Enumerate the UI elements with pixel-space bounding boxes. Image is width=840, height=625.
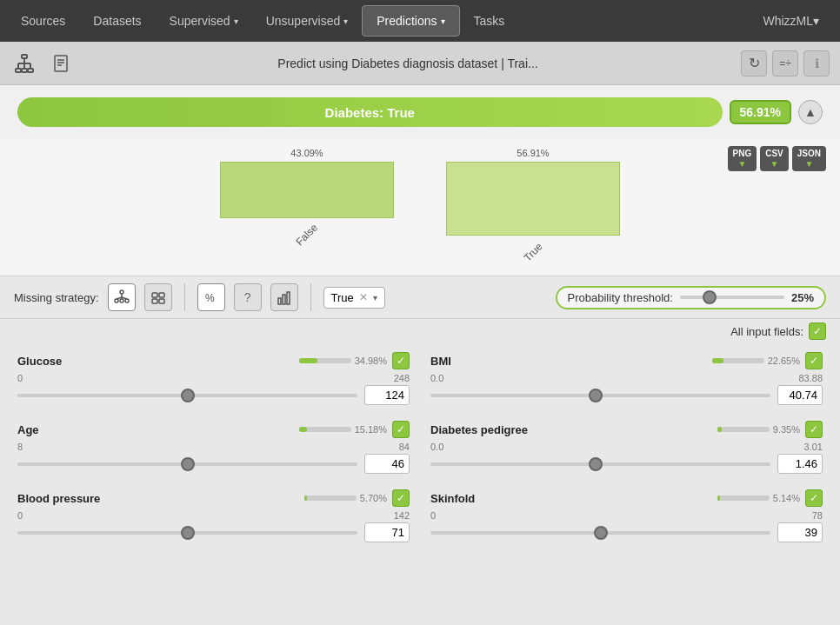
true-bar — [446, 162, 620, 236]
svg-rect-1 — [16, 69, 21, 72]
pedigree-value[interactable] — [777, 454, 823, 474]
prediction-bar: Diabetes: True — [17, 97, 723, 127]
refresh-btn[interactable]: ↻ — [741, 50, 767, 76]
sliders-grid: Glucose 34.98% ✓ 0 248 BMI — [0, 343, 840, 556]
formula-btn[interactable]: =÷ — [772, 50, 798, 76]
class-dropdown[interactable]: True ✕ ▾ — [323, 287, 385, 309]
skinfold-value[interactable] — [777, 522, 823, 542]
navbar: Sources Datasets Supervised ▾ Unsupervis… — [0, 0, 840, 42]
bp-max: 142 — [394, 510, 410, 521]
chart-bar-false: 43.09% False — [220, 148, 394, 258]
svg-rect-0 — [22, 55, 27, 58]
glucose-name: Glucose — [17, 355, 62, 368]
nav-item-datasets[interactable]: Datasets — [79, 0, 155, 42]
json-down-arrow: ▼ — [804, 159, 813, 169]
svg-rect-23 — [159, 293, 164, 297]
brand-caret: ▾ — [813, 14, 819, 28]
slider-bmi: BMI 22.65% ✓ 0.0 83.88 — [420, 343, 833, 412]
bp-value[interactable] — [364, 522, 410, 542]
svg-point-14 — [120, 290, 123, 294]
svg-rect-27 — [278, 298, 281, 304]
svg-text:%: % — [205, 292, 215, 304]
true-label: True — [521, 240, 544, 263]
nav-item-sources[interactable]: Sources — [7, 0, 79, 42]
bmi-checkbox[interactable]: ✓ — [805, 352, 823, 369]
dropdown-caret: ▾ — [373, 293, 377, 303]
view-pct-btn[interactable]: % — [197, 283, 225, 311]
divider1 — [184, 283, 185, 311]
age-name: Age — [17, 423, 39, 436]
png-down-arrow: ▼ — [737, 159, 746, 169]
svg-rect-24 — [152, 299, 157, 303]
age-value[interactable] — [364, 454, 410, 474]
pedigree-max: 3.01 — [804, 442, 823, 452]
svg-point-17 — [125, 299, 129, 303]
skinfold-max: 78 — [812, 510, 823, 521]
nav-item-predictions[interactable]: Predictions ▾ — [362, 5, 459, 37]
export-buttons: PNG ▼ CSV ▼ JSON ▼ — [728, 146, 826, 171]
toolbar-title: Predict using Diabetes diagnosis dataset… — [83, 57, 732, 70]
bp-checkbox[interactable]: ✓ — [392, 489, 410, 507]
slider-blood-pressure: Blood pressure 5.70% ✓ 0 142 — [7, 481, 420, 549]
nav-item-unsupervised[interactable]: Unsupervised ▾ — [252, 0, 363, 42]
strategy-flat-btn[interactable] — [144, 283, 172, 311]
age-max: 84 — [399, 442, 410, 452]
export-csv-btn[interactable]: CSV ▼ — [760, 146, 789, 171]
doc-icon[interactable] — [47, 50, 75, 77]
false-pct-label: 43.09% — [290, 148, 323, 158]
slider-diabetes-pedigree: Diabetes pedigree 9.35% ✓ 0.0 3.01 — [420, 412, 833, 481]
expand-btn[interactable]: ▲ — [798, 100, 823, 124]
bmi-max: 83.88 — [798, 373, 823, 383]
svg-rect-10 — [55, 56, 67, 71]
skinfold-min: 0 — [430, 510, 436, 521]
age-checkbox[interactable]: ✓ — [392, 421, 410, 438]
chart-area: PNG ▼ CSV ▼ JSON ▼ 43.09% False 56.91% T… — [0, 139, 840, 276]
toolbar: Predict using Diabetes diagnosis dataset… — [0, 42, 840, 85]
brand-menu[interactable]: WhizzML ▾ — [749, 14, 833, 28]
export-png-btn[interactable]: PNG ▼ — [728, 146, 757, 171]
prob-threshold-slider[interactable] — [680, 296, 784, 299]
bp-name: Blood pressure — [17, 492, 100, 505]
bp-slider[interactable] — [17, 531, 357, 535]
view-question-btn[interactable]: ? — [234, 283, 262, 311]
skinfold-name: Skinfold — [430, 492, 475, 505]
svg-rect-25 — [159, 299, 164, 303]
bmi-name: BMI — [430, 355, 451, 368]
bmi-slider[interactable] — [430, 394, 770, 397]
predictions-caret: ▾ — [441, 17, 445, 26]
strategy-tree-btn[interactable] — [108, 283, 136, 311]
glucose-value[interactable] — [364, 385, 410, 405]
pedigree-name: Diabetes pedigree — [430, 423, 528, 436]
slider-age: Age 15.18% ✓ 8 84 — [7, 412, 420, 481]
bmi-value[interactable] — [777, 385, 823, 405]
svg-rect-2 — [22, 69, 27, 72]
pedigree-checkbox[interactable]: ✓ — [805, 421, 823, 438]
dropdown-value: True — [331, 291, 354, 304]
supervised-caret: ▾ — [234, 17, 238, 26]
pedigree-slider[interactable] — [430, 462, 770, 466]
nav-item-supervised[interactable]: Supervised ▾ — [156, 0, 252, 42]
glucose-slider[interactable] — [17, 394, 357, 397]
export-json-btn[interactable]: JSON ▼ — [792, 146, 826, 171]
tree-icon[interactable] — [10, 50, 38, 77]
glucose-checkbox[interactable]: ✓ — [392, 352, 410, 369]
skinfold-checkbox[interactable]: ✓ — [805, 489, 823, 507]
svg-rect-3 — [28, 69, 33, 72]
info-btn[interactable]: ℹ — [803, 50, 830, 76]
prob-threshold-label: Probability threshold: — [568, 291, 673, 304]
svg-rect-28 — [283, 295, 285, 304]
strategy-label: Missing strategy: — [14, 291, 99, 304]
pedigree-min: 0.0 — [430, 442, 443, 452]
svg-point-16 — [120, 299, 123, 303]
nav-item-tasks[interactable]: Tasks — [460, 0, 519, 42]
dropdown-clear[interactable]: ✕ — [359, 291, 368, 303]
glucose-max: 248 — [394, 373, 410, 383]
view-bar-btn[interactable] — [270, 283, 298, 311]
bp-min: 0 — [17, 510, 23, 521]
false-bar — [220, 162, 394, 218]
age-slider[interactable] — [17, 462, 357, 466]
all-inputs-checkbox[interactable]: ✓ — [809, 322, 826, 340]
skinfold-slider[interactable] — [430, 531, 770, 535]
all-inputs-row: All input fields: ✓ — [0, 319, 840, 343]
slider-glucose: Glucose 34.98% ✓ 0 248 — [7, 343, 420, 412]
